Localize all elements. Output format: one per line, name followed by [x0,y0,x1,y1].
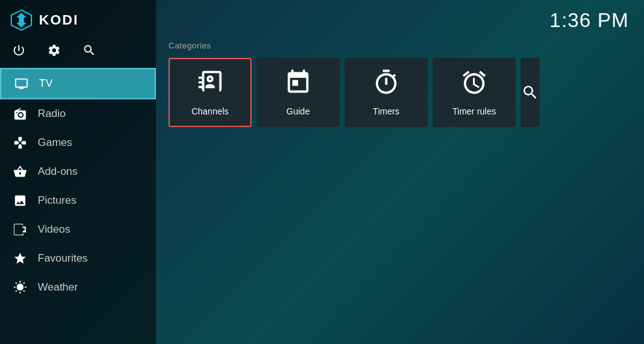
top-bar: 1:36 PM [156,0,644,32]
sidebar-item-videos-label: Videos [38,223,70,236]
timers-tile-label: Timers [373,106,399,116]
channels-tile-label: Channels [191,106,228,116]
sidebar-item-addons[interactable]: Add-ons [0,157,156,186]
sidebar-item-games-label: Games [38,136,72,149]
categories-label: Categories [169,41,631,50]
sidebar-item-weather-label: Weather [38,281,78,294]
addons-icon [13,164,28,179]
sidebar-item-games[interactable]: Games [0,128,156,157]
timer-rules-tile-label: Timer rules [452,106,496,116]
category-tile-channels[interactable]: Channels [169,58,252,127]
channels-tile-icon [196,69,224,100]
settings-icon[interactable] [45,42,63,59]
timers-tile-icon [372,69,400,100]
games-icon [13,135,28,150]
favourites-icon [13,251,28,266]
sidebar-item-radio[interactable]: Radio [0,99,156,128]
category-tiles-container: Channels Guide Timers [169,58,631,127]
radio-icon [13,106,28,121]
guide-tile-label: Guide [286,106,309,116]
guide-tile-icon [284,69,312,100]
sidebar-item-videos[interactable]: Videos [0,215,156,244]
videos-icon [13,222,28,237]
sidebar-item-favourites[interactable]: Favourites [0,244,156,273]
timer-rules-tile-icon [460,69,488,100]
categories-section: Categories Channels Guide [156,32,644,127]
sidebar: KODI TV [0,0,156,344]
sidebar-item-pictures[interactable]: Pictures [0,186,156,215]
sidebar-item-tv[interactable]: TV [0,68,156,99]
pictures-icon [13,193,28,208]
svg-marker-1 [16,13,26,28]
weather-icon [13,280,28,295]
category-tile-guide[interactable]: Guide [257,58,340,127]
category-tile-timers[interactable]: Timers [345,58,428,127]
kodi-logo-icon [10,9,33,31]
sidebar-item-favourites-label: Favourites [38,252,87,265]
sidebar-header: KODI [0,0,156,38]
sidebar-item-addons-label: Add-ons [38,165,77,178]
nav-menu: TV Radio Games [0,68,156,344]
sidebar-item-weather[interactable]: Weather [0,273,156,302]
sidebar-item-radio-label: Radio [38,108,65,120]
sidebar-icon-row [0,38,156,68]
category-tile-search-partial[interactable] [521,58,540,127]
main-content: 1:36 PM Categories Channels [156,0,644,344]
tv-icon [14,76,29,91]
power-icon[interactable] [10,42,28,59]
search-icon[interactable] [80,42,98,59]
category-tile-timer-rules[interactable]: Timer rules [433,58,516,127]
sidebar-item-pictures-label: Pictures [38,194,76,207]
app-title: KODI [39,12,79,28]
clock-display: 1:36 PM [550,9,629,32]
sidebar-item-tv-label: TV [39,77,53,90]
